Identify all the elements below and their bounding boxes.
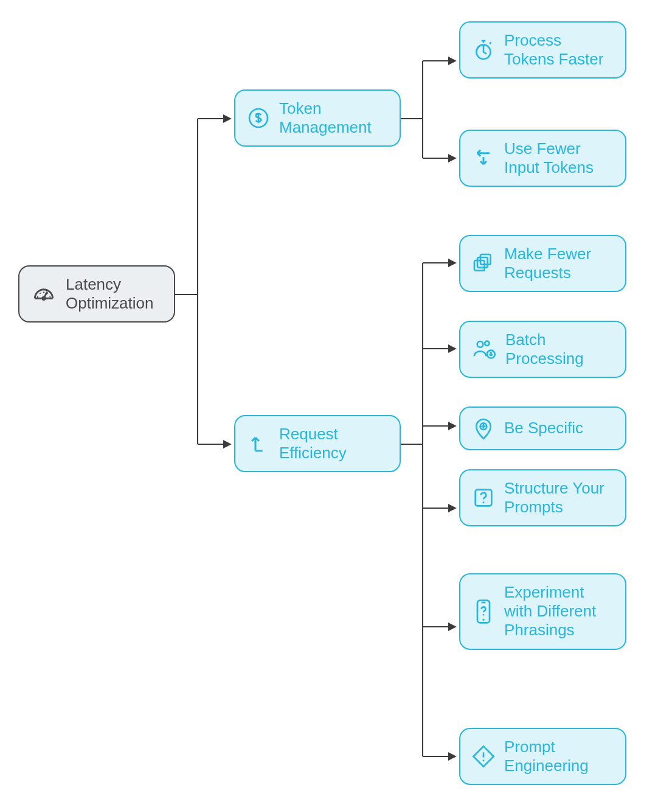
arrows-collapse-icon (471, 146, 496, 170)
node-label: Structure Your Prompts (504, 479, 614, 517)
svg-point-13 (482, 618, 484, 620)
node-experiment-phrasings: Experiment with Different Phrasings (459, 573, 626, 650)
node-label: Use Fewer Input Tokens (504, 139, 614, 177)
node-label: Make Fewer Requests (504, 245, 614, 282)
target-pin-icon (471, 416, 496, 441)
question-box-icon (471, 486, 496, 510)
svg-point-11 (483, 501, 485, 503)
node-label: Process Tokens Faster (504, 31, 614, 69)
stack-copies-icon (471, 251, 496, 276)
node-label: Request Efficiency (279, 425, 389, 462)
dollar-icon (246, 106, 271, 130)
node-make-fewer-requests: Make Fewer Requests (459, 235, 626, 292)
node-prompt-engineering: Prompt Engineering (459, 728, 626, 785)
node-latency-optimization: Latency Optimization (18, 265, 175, 323)
node-label: Prompt Engineering (504, 738, 614, 775)
node-be-specific: Be Specific (459, 406, 626, 450)
node-token-management: Token Management (234, 89, 401, 147)
node-label: Token Management (279, 99, 389, 137)
node-process-tokens-faster: Process Tokens Faster (459, 21, 626, 79)
arrow-up-turn-icon (246, 431, 271, 456)
svg-rect-5 (474, 260, 485, 271)
svg-point-0 (43, 297, 45, 299)
svg-point-15 (483, 759, 485, 761)
node-label: Latency Optimization (66, 275, 163, 313)
node-structure-your-prompts: Structure Your Prompts (459, 469, 626, 526)
warning-diamond-icon (471, 744, 496, 769)
users-download-icon (471, 337, 497, 361)
svg-rect-4 (477, 257, 488, 268)
node-batch-processing: Batch Processing (459, 321, 626, 378)
svg-point-6 (477, 341, 483, 347)
node-label: Experiment with Different Phrasings (504, 583, 614, 640)
node-request-efficiency: Request Efficiency (234, 415, 401, 472)
svg-point-14 (483, 614, 485, 616)
phone-question-icon (471, 598, 496, 625)
svg-rect-3 (480, 254, 491, 265)
node-use-fewer-input-tokens: Use Fewer Input Tokens (459, 130, 626, 187)
node-label: Batch Processing (505, 330, 614, 368)
node-label: Be Specific (504, 419, 583, 438)
gauge-icon (30, 281, 57, 307)
stopwatch-icon (471, 38, 496, 62)
svg-point-7 (485, 341, 489, 346)
